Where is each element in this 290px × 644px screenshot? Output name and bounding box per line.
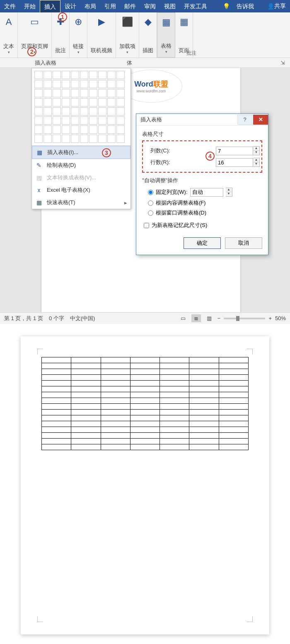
- table-cell[interactable]: [160, 415, 189, 421]
- result-table[interactable]: [41, 357, 249, 450]
- grid-cell[interactable]: [62, 135, 70, 143]
- grid-cell[interactable]: [80, 116, 88, 125]
- grid-cell[interactable]: [116, 71, 125, 79]
- grid-cell[interactable]: [53, 116, 61, 125]
- menu-tab-1[interactable]: 开始: [20, 0, 40, 12]
- table-cell[interactable]: [130, 386, 160, 392]
- table-cell[interactable]: [189, 386, 219, 392]
- table-cell[interactable]: [101, 415, 130, 421]
- table-cell[interactable]: [160, 386, 189, 392]
- grid-cell[interactable]: [98, 125, 106, 134]
- grid-cell[interactable]: [80, 89, 88, 97]
- table-cell[interactable]: [189, 392, 219, 398]
- cols-input[interactable]: [216, 147, 253, 155]
- grid-cell[interactable]: [53, 80, 61, 88]
- grid-cell[interactable]: [62, 107, 70, 116]
- fit-content-radio[interactable]: [148, 200, 153, 206]
- grid-cell[interactable]: [98, 89, 106, 97]
- table-cell[interactable]: [130, 439, 160, 444]
- table-cell[interactable]: [42, 357, 71, 363]
- grid-cell[interactable]: [107, 125, 116, 134]
- table-cell[interactable]: [219, 444, 248, 450]
- grid-cell[interactable]: [98, 135, 106, 143]
- table-cell[interactable]: [189, 439, 219, 444]
- table-cell[interactable]: [101, 375, 130, 381]
- table-cell[interactable]: [71, 398, 101, 404]
- view-web-icon[interactable]: ▥: [207, 315, 212, 321]
- grid-cell[interactable]: [71, 107, 79, 116]
- table-cell[interactable]: [130, 404, 160, 410]
- cols-spinner[interactable]: ▲▼: [253, 146, 260, 155]
- grid-cell[interactable]: [98, 80, 106, 88]
- table-cell[interactable]: [130, 427, 160, 433]
- table-cell[interactable]: [219, 415, 248, 421]
- grid-cell[interactable]: [53, 71, 61, 79]
- table-menu-item-1[interactable]: ✎绘制表格(D): [32, 159, 130, 171]
- table-cell[interactable]: [71, 375, 101, 381]
- fixed-width-value[interactable]: [190, 188, 223, 197]
- table-cell[interactable]: [71, 415, 101, 421]
- table-cell[interactable]: [219, 386, 248, 392]
- grid-cell[interactable]: [53, 107, 61, 116]
- table-cell[interactable]: [160, 357, 189, 363]
- table-cell[interactable]: [101, 363, 130, 369]
- grid-cell[interactable]: [116, 107, 125, 116]
- table-cell[interactable]: [71, 392, 101, 398]
- table-cell[interactable]: [130, 392, 160, 398]
- table-cell[interactable]: [101, 427, 130, 433]
- grid-cell[interactable]: [71, 125, 79, 134]
- table-cell[interactable]: [42, 410, 71, 415]
- table-cell[interactable]: [219, 421, 248, 427]
- menu-tab-6[interactable]: 邮件: [120, 0, 140, 12]
- grid-cell[interactable]: [34, 135, 43, 143]
- dialog-close-button[interactable]: ✕: [253, 115, 268, 125]
- table-cell[interactable]: [189, 444, 219, 450]
- dialog-titlebar[interactable]: 插入表格 ? ✕: [136, 114, 268, 125]
- table-cell[interactable]: [219, 392, 248, 398]
- table-cell[interactable]: [101, 381, 130, 386]
- grid-cell[interactable]: [98, 98, 106, 106]
- grid-cell[interactable]: [44, 135, 52, 143]
- grid-cell[interactable]: [62, 116, 70, 125]
- ribbon-group-2[interactable]: ◆插图: [139, 12, 157, 58]
- table-cell[interactable]: [189, 381, 219, 386]
- grid-cell[interactable]: [116, 125, 125, 134]
- grid-cell[interactable]: [71, 71, 79, 79]
- table-cell[interactable]: [160, 369, 189, 375]
- ribbon-group-4[interactable]: ▶联机视频: [87, 12, 116, 58]
- table-cell[interactable]: [219, 375, 248, 381]
- menu-share[interactable]: 共享: [274, 2, 286, 10]
- ribbon-group-1[interactable]: ▦表格▾: [157, 12, 175, 58]
- grid-cell[interactable]: [107, 107, 116, 116]
- view-print-icon[interactable]: ≣: [191, 314, 201, 322]
- grid-cell[interactable]: [116, 80, 125, 88]
- table-menu-item-4[interactable]: ▦快速表格(T)▸: [32, 196, 130, 209]
- table-cell[interactable]: [130, 363, 160, 369]
- grid-cell[interactable]: [34, 80, 43, 88]
- table-cell[interactable]: [189, 375, 219, 381]
- fixed-width-spinner[interactable]: ▲▼: [226, 188, 232, 197]
- grid-cell[interactable]: [107, 116, 116, 125]
- table-cell[interactable]: [219, 381, 248, 386]
- ribbon-group-5[interactable]: ⊕链接▾: [70, 12, 87, 58]
- fixed-width-radio[interactable]: [148, 190, 153, 195]
- grid-cell[interactable]: [53, 98, 61, 106]
- grid-cell[interactable]: [44, 107, 52, 116]
- fit-window-radio[interactable]: [148, 210, 153, 216]
- table-cell[interactable]: [71, 363, 101, 369]
- table-cell[interactable]: [101, 392, 130, 398]
- table-cell[interactable]: [101, 433, 130, 439]
- grid-cell[interactable]: [89, 80, 97, 88]
- status-words[interactable]: 0 个字: [49, 315, 64, 322]
- table-cell[interactable]: [71, 381, 101, 386]
- table-cell[interactable]: [71, 404, 101, 410]
- table-cell[interactable]: [42, 421, 71, 427]
- grid-cell[interactable]: [34, 125, 43, 134]
- table-cell[interactable]: [219, 363, 248, 369]
- zoom-out-button[interactable]: −: [218, 315, 221, 321]
- table-cell[interactable]: [101, 386, 130, 392]
- table-cell[interactable]: [71, 421, 101, 427]
- grid-cell[interactable]: [62, 125, 70, 134]
- menu-tab-7[interactable]: 审阅: [140, 0, 160, 12]
- grid-cell[interactable]: [34, 71, 43, 79]
